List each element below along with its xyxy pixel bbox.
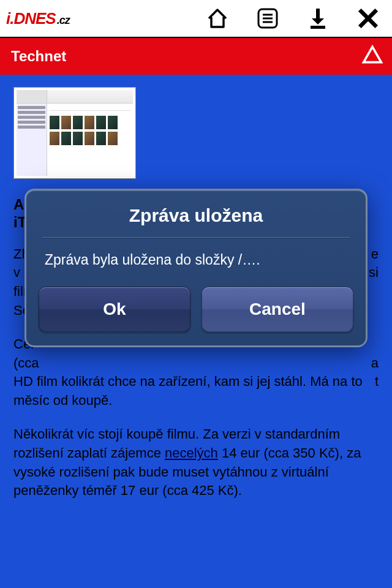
menu-icon	[255, 6, 280, 31]
article-paragraph-3: Několikrát víc stojí koupě filmu. Za ver…	[13, 425, 379, 500]
scroll-up-button[interactable]	[361, 43, 383, 69]
close-button[interactable]	[355, 6, 381, 31]
dialog-title: Zpráva uložena	[39, 205, 353, 226]
topbar-actions	[205, 6, 386, 31]
download-icon	[306, 6, 330, 31]
home-button[interactable]	[205, 6, 230, 31]
site-logo[interactable]: i .DNES .cz	[6, 9, 70, 28]
thumb-sidebar	[17, 104, 47, 176]
dialog-message: Zpráva byla uložena do složky /….	[39, 252, 353, 287]
article-thumbnail[interactable]	[13, 87, 136, 179]
top-bar: i .DNES .cz	[0, 0, 392, 38]
menu-button[interactable]	[255, 6, 281, 31]
download-button[interactable]	[305, 6, 331, 31]
dialog-divider	[42, 237, 350, 238]
svg-rect-4	[316, 9, 320, 20]
article-link-price[interactable]: necelých	[165, 445, 218, 461]
section-bar: Technet	[0, 38, 392, 75]
thumb-window-chrome	[17, 90, 133, 104]
thumb-main	[47, 104, 133, 176]
section-title: Technet	[11, 48, 66, 65]
svg-rect-5	[311, 26, 325, 29]
triangle-up-icon	[361, 43, 383, 66]
dialog-button-row: Ok Cancel	[39, 287, 353, 332]
ok-button[interactable]: Ok	[39, 287, 190, 332]
logo-part-cz: .cz	[57, 14, 70, 27]
logo-part-dnes: .DNES	[10, 9, 55, 28]
close-icon	[356, 7, 380, 30]
cancel-button[interactable]: Cancel	[202, 287, 353, 332]
save-confirmation-dialog: Zpráva uložena Zpráva byla uložena do sl…	[24, 189, 368, 347]
home-icon	[205, 6, 230, 31]
